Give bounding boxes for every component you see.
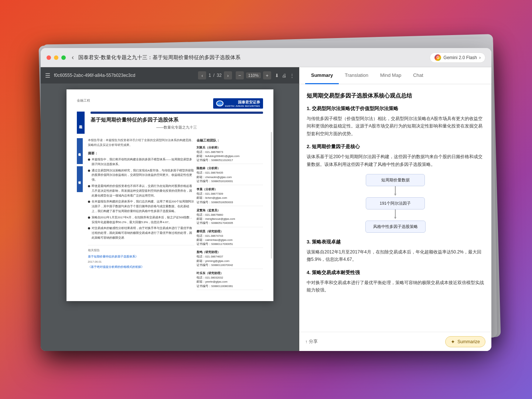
- summarize-icon: ✦: [451, 339, 455, 345]
- share-button[interactable]: ↑ 分享: [305, 338, 318, 345]
- company-logo: 国泰君安证券 GUOTAI JUNAN SECURITIES: [213, 98, 263, 109]
- pdf-header: 金融工程 国泰君安证券 GUOTAI JUNAN SECURITIES: [77, 98, 263, 109]
- hamburger-icon[interactable]: ☰: [45, 72, 50, 79]
- category-label-securities: 证券研究报告: [77, 166, 83, 192]
- bullet-text-3: 即使是最纯粹的价值投资者也不得不承认，交易行为在短期内对股票价格起着几乎是决定性…: [92, 184, 194, 198]
- related-title: 相关报告: [88, 248, 194, 253]
- bullet-dot: [88, 185, 90, 187]
- summarize-button[interactable]: ✦ Summarize: [445, 336, 485, 347]
- bullet-dot: [88, 227, 90, 229]
- pdf-filename: f0c60555-2abc-496f-a84a-557b023ec3cd: [54, 73, 194, 78]
- share-label: 分享: [309, 338, 318, 345]
- pdf-related-reports: 相关报告 基于短期价量特征的多因子选股体系》 2017.06.01 《基于绝对值…: [88, 245, 194, 269]
- pdf-intro-text: 本报告导读：本篇报告为投资者详尽介绍了全新的交易型阿尔法体系的构建思路、策略特点…: [88, 138, 194, 148]
- bullet-text-2: 通过交易型阿尔法策略的研究，我们发现在A股市场，与传统多因子模型所获取的股票价值…: [92, 168, 194, 183]
- contact-mengfanxue: 孟繁旭（监查员） 电话：021-38675860 邮箱：mengfanxue@g…: [197, 208, 263, 227]
- ai-section-4: 4. 策略交易成本耐受性强 中对换手率和交易成本进行了最优平衡处理，策略可容纳的…: [307, 269, 484, 294]
- tab-summary[interactable]: Summary: [305, 67, 339, 84]
- contact-yinming: 殷鸣（研究助理） 电话：021-38674637 邮箱：yinming@gtja…: [197, 250, 263, 269]
- bullet-dot: [88, 170, 90, 172]
- bullet-dot: [88, 216, 90, 219]
- traffic-lights: [47, 55, 66, 60]
- zoom-in-button[interactable]: +: [263, 71, 271, 79]
- ai-content: 短周期交易型多因子选股体系核心观点总结 1. 交易型阿尔法策略优于价值型阿尔法策…: [299, 84, 491, 332]
- category-label-1: 金融工程: [77, 112, 85, 134]
- pdf-toolbar: ☰ f0c60555-2abc-496f-a84a-557b023ec3cd ‹…: [41, 67, 299, 83]
- tab-mindmap[interactable]: Mind Map: [374, 67, 407, 84]
- share-icon: ↑: [305, 339, 307, 344]
- maximize-button[interactable]: [61, 55, 66, 60]
- download-icon[interactable]: ⬇: [275, 73, 279, 78]
- tab-translation[interactable]: Translation: [339, 67, 374, 84]
- pdf-bullet-5: 策略自2012年1月至2017年4月，在扣除所有交易成本后，较之沪证500指数，…: [88, 215, 194, 225]
- bullet-text-4: 在本篇报告所构建的交易体系中，我们总共构建、运用了将近200个短周期阿尔法因子，…: [92, 200, 194, 214]
- category-label-quant: 数量化专题报告: [77, 138, 83, 164]
- flow-box-1: 短周期价量数据: [366, 174, 425, 186]
- contact-yeledong: 叶乐东（研究助理） 电话：021-38032032 邮箱：yeerle@gtja…: [197, 271, 263, 290]
- minimize-button[interactable]: [54, 55, 58, 60]
- ai-section-4-title: 4. 策略交易成本耐受性强: [307, 269, 484, 276]
- next-page-button[interactable]: ›: [224, 71, 232, 79]
- prev-page-button[interactable]: ‹: [198, 71, 206, 79]
- contact-caiminhao: 蔡明昊（研究助理） 电话：021-38674743 邮箱：caiminhao@g…: [197, 229, 263, 248]
- ai-tabs: Summary Translation Mind Map Chat: [299, 67, 491, 84]
- title-bar: ‹ 国泰君安-数量化专题之九十三：基于短周期价量特征的多因子选股体系 G Gem…: [41, 48, 491, 67]
- gemini-chevron: ›: [479, 55, 481, 60]
- contact-liufubing: 刘富兵（分析师） 电话：021-38676673 邮箱：liufubing008…: [197, 146, 263, 164]
- company-name-cn: 国泰君安证券: [225, 100, 260, 105]
- pdf-bullet-2: 通过交易型阿尔法策略的研究，我们发现在A股市场，与传统多因子模型所获取的股票价值…: [88, 168, 194, 183]
- zoom-out-button[interactable]: −: [236, 71, 244, 79]
- pdf-blue-bar: [91, 112, 263, 114]
- page-separator: /: [213, 73, 214, 78]
- bullet-text-6: 对交易成本的敏感性分析结果表明，由于对换手率与交易成本进行了最优平衡过程的处理，…: [92, 226, 194, 240]
- main-window: ‹ 国泰君安-数量化专题之九十三：基于短周期价量特征的多因子选股体系 G Gem…: [41, 48, 491, 351]
- back-button[interactable]: ‹: [72, 54, 74, 61]
- ai-section-3: 3. 策略表现卓越 该策略自2012年1月至2017年4月，在扣除交易成本后，年…: [307, 239, 484, 263]
- company-name-en: GUOTAI JUNAN SECURITIES: [225, 105, 260, 107]
- bullet-text-5: 策略自2012年1月至2017年4月，在扣除所有交易成本后，较之沪证500指数，…: [92, 215, 194, 225]
- summarize-label: Summarize: [457, 339, 480, 344]
- pdf-body-text: 本报告导读：本篇报告为投资者详尽介绍了全新的交易型阿尔法体系的构建思路、策略特点…: [88, 138, 194, 292]
- bullet-text-1: 本篇报告中，我们将开创性的构建全新的多因子模型体系——短周期交易型多因子阿尔法选…: [92, 157, 194, 167]
- pdf-subtitle: ——数量化专题之九十三: [91, 125, 263, 130]
- related-item-date: 2017.06.01: [88, 260, 194, 264]
- ai-main-title: 短周期交易型多因子选股体系核心观点总结: [307, 92, 484, 99]
- ai-bottom-bar: ↑ 分享 ✦ Summarize: [299, 332, 491, 351]
- ai-panel: Summary Translation Mind Map Chat 短周期交易型…: [299, 67, 491, 351]
- bullet-dot: [88, 201, 90, 203]
- tab-chat[interactable]: Chat: [407, 67, 429, 84]
- ai-section-3-title: 3. 策略表现卓越: [307, 239, 484, 245]
- pdf-page: 金融工程 国泰君安证券 GUOTAI JUNAN SECURITIES: [66, 89, 273, 301]
- logo-icon: [216, 100, 224, 106]
- ai-section-1-title: 1. 交易型阿尔法策略优于价值型阿尔法策略: [307, 105, 484, 112]
- related-item-2: 《基于绝对值提分析师的价格模式的初探》: [88, 265, 194, 269]
- pdf-title-main: 基于短周期价量特征的多因子选股体系: [91, 117, 263, 123]
- related-item-1: 基于短期价量特征的多因子选股体系》: [88, 255, 194, 259]
- ai-section-4-text: 中对换手率和交易成本进行了最优平衡处理，策略可容纳的极限交易成本接近双倍模型实战…: [307, 279, 484, 294]
- gemini-icon: G: [434, 54, 441, 61]
- content-area: ☰ f0c60555-2abc-496f-a84a-557b023ec3cd ‹…: [41, 67, 491, 351]
- zoom-controls: − 110% +: [236, 71, 271, 79]
- pdf-toolbar-actions: ⬇ 🖨 ⋮: [275, 73, 294, 78]
- ai-section-2: 2. 短周期价量因子是核心 该体系基于近200个短周期阿尔法因子构建，这些因子的…: [307, 143, 484, 233]
- ai-section-2-title: 2. 短周期价量因子是核心: [307, 143, 484, 150]
- close-button[interactable]: [47, 55, 51, 60]
- flow-box-3: 风格中性多因子选股策略: [365, 221, 426, 233]
- pdf-content-area: 金融工程 国泰君安证券 GUOTAI JUNAN SECURITIES: [41, 83, 299, 351]
- pdf-bullet-4: 在本篇报告所构建的交易体系中，我们总共构建、运用了将近200个短周期阿尔法因子，…: [88, 200, 194, 214]
- pdf-bullet-6: 对交易成本的敏感性分析结果表明，由于对换手率与交易成本进行了最优平衡过程的处理，…: [88, 226, 194, 240]
- pdf-logo-area: 国泰君安证券 GUOTAI JUNAN SECURITIES: [213, 98, 263, 109]
- gemini-badge[interactable]: G Gemini 2.0 Flash ›: [430, 52, 485, 63]
- ai-section-1: 1. 交易型阿尔法策略优于价值型阿尔法策略 与传统多因子模型（价值型阿尔法）相比…: [307, 105, 484, 137]
- pdf-navigation: ‹ 1 / 32 ›: [198, 71, 232, 79]
- more-options-icon[interactable]: ⋮: [290, 73, 294, 78]
- pdf-bullet-3: 即使是最纯粹的价值投资者也不得不承认，交易行为在短期内对股票价格起着几乎是决定性…: [88, 184, 194, 198]
- ai-section-1-text: 与传统多因子模型（价值型阿尔法）相比，交易型阿尔法策略在A股市场具有更大的收益空…: [307, 115, 484, 137]
- bullet-dot: [88, 158, 90, 161]
- total-pages: 32: [217, 73, 222, 78]
- scrollbar[interactable]: [271, 132, 272, 259]
- pdf-panel: ☰ f0c60555-2abc-496f-a84a-557b023ec3cd ‹…: [41, 67, 299, 351]
- print-icon[interactable]: 🖨: [282, 73, 287, 78]
- pdf-bullet-1: 本篇报告中，我们将开创性的构建全新的多因子模型体系——短周期交易型多因子阿尔法选…: [88, 157, 194, 167]
- ai-section-2-text: 该体系基于近200个短周期阿尔法因子构建，这些因子的数据均来自个股的日频价格和成…: [307, 153, 484, 168]
